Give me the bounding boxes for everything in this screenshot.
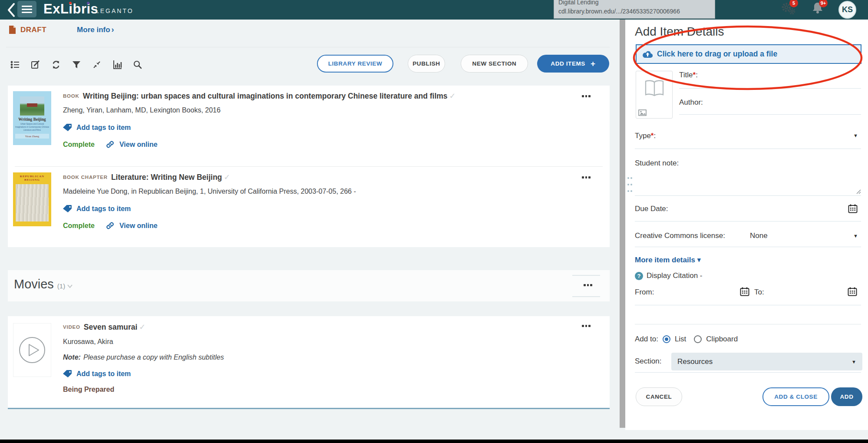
section-dropdown-caret-icon: ▼ (851, 359, 856, 364)
cover-illustration (16, 184, 49, 222)
new-section-button[interactable]: NEW SECTION (461, 55, 528, 73)
item-thumbnail-placeholder[interactable] (636, 71, 673, 119)
item-title[interactable]: Literature: Writing New Beijing (111, 173, 222, 182)
analytics-chart-icon[interactable] (111, 58, 124, 71)
library-review-button[interactable]: LIBRARY REVIEW (317, 55, 393, 73)
section-select[interactable]: Resources ▼ (671, 353, 862, 370)
author-input[interactable] (679, 114, 861, 115)
collapse-sections-icon[interactable] (90, 58, 103, 71)
cover-subtitle: Urban Spaces and Cultural Imaginations i… (15, 123, 49, 132)
item-type-label: VIDEO (63, 324, 80, 330)
calendar-icon[interactable] (848, 287, 857, 296)
textarea-resize-icon[interactable] (856, 189, 861, 194)
calendar-icon[interactable] (848, 204, 858, 213)
student-note-textarea[interactable] (635, 195, 861, 196)
add-button[interactable]: ADD (831, 387, 862, 406)
note-label: Note: (63, 354, 81, 361)
view-online-link[interactable]: View online (119, 222, 158, 230)
toc-list-icon[interactable] (9, 58, 22, 71)
chevron-down-icon[interactable] (67, 284, 73, 288)
list-item: REPUBLICAN BEIJING BOOK CHAPTER Literatu… (8, 167, 610, 247)
add-items-button[interactable]: ADD ITEMS+ (537, 55, 609, 73)
panel-scrollbar[interactable] (620, 20, 625, 428)
publish-button[interactable]: PUBLISH (408, 55, 445, 73)
add-tags-link[interactable]: Add tags to item (76, 370, 131, 378)
cc-license-select[interactable] (635, 247, 861, 247)
section-item-count: (1) (57, 282, 65, 290)
leganto-app: ExLibris LEGANTO 5 9+ KS Digital Lending… (0, 0, 868, 443)
add-tags-link[interactable]: Add tags to item (76, 205, 131, 213)
divider (572, 296, 600, 297)
open-book-icon (642, 79, 667, 98)
cc-license-value[interactable]: None (750, 231, 768, 240)
file-upload-dropzone[interactable]: Click here to drag or upload a file (636, 44, 861, 64)
filter-icon[interactable] (70, 58, 83, 71)
link-icon (106, 222, 114, 230)
menu-icon[interactable] (17, 1, 36, 17)
radio-list[interactable] (663, 335, 670, 343)
section-header-movies: Movies (1) (8, 270, 610, 301)
panel-title: Add Item Details (635, 25, 724, 39)
radio-clipboard[interactable] (694, 335, 702, 343)
exlibris-logo: ExLibris (43, 1, 98, 17)
citation-from-label: From: (635, 288, 654, 297)
panel-resize-handle-icon[interactable] (627, 177, 633, 194)
chevron-right-icon: › (112, 25, 114, 34)
user-avatar[interactable]: KS (838, 1, 856, 19)
cover-photo (20, 96, 44, 116)
add-tags-link[interactable]: Add tags to item (76, 124, 131, 132)
refresh-icon[interactable] (50, 58, 63, 71)
type-select[interactable] (635, 149, 861, 149)
help-icon[interactable]: ? (635, 272, 643, 280)
section-select-label: Section: (635, 357, 661, 366)
image-icon (638, 109, 647, 116)
type-dropdown-caret-icon[interactable]: ▼ (853, 133, 858, 138)
add-to-label: Add to: (635, 335, 658, 344)
type-field-label: Type*: (635, 132, 656, 140)
radio-clipboard-label[interactable]: Clipboard (706, 335, 738, 344)
item-title[interactable]: Writing Beijing: urban spaces and cultur… (83, 92, 448, 101)
add-item-details-panel: Add Item Details Click here to drag or u… (625, 20, 868, 430)
cover-author: Yiran Zheng (15, 134, 49, 139)
cc-dropdown-caret-icon[interactable]: ▼ (853, 233, 858, 238)
book-cover-thumbnail: Writing Beijing Urban Spaces and Cultura… (13, 91, 51, 145)
list-status-bar: DRAFT More info› (9, 25, 114, 34)
item-options-icon[interactable] (582, 176, 591, 179)
edit-list-icon[interactable] (29, 58, 42, 71)
view-online-link[interactable]: View online (119, 141, 158, 149)
item-options-icon[interactable] (582, 325, 591, 327)
bottom-bar (0, 440, 868, 443)
more-item-details-toggle[interactable]: More item details ▾ (635, 255, 701, 264)
divider (6, 47, 610, 47)
link-icon (106, 140, 114, 149)
section-options-icon[interactable] (584, 284, 592, 286)
more-info-link[interactable]: More info› (77, 25, 114, 34)
citation-date-range-inputs[interactable] (635, 305, 861, 305)
add-and-close-button[interactable]: ADD & CLOSE (762, 387, 829, 406)
play-icon[interactable] (18, 336, 46, 364)
item-options-icon[interactable] (582, 95, 591, 97)
tag-icon (63, 205, 72, 213)
item-type-label: BOOK CHAPTER (63, 175, 108, 180)
status-badge: DRAFT (20, 26, 46, 34)
title-field-label: Title*: (679, 71, 698, 79)
title-input[interactable] (679, 88, 861, 89)
list-toolbar (9, 58, 144, 71)
note-text: Please purchase a copy with English subt… (83, 354, 224, 361)
back-icon[interactable] (5, 2, 18, 18)
cancel-button[interactable]: CANCEL (636, 387, 682, 406)
citation-to-label: To: (754, 288, 764, 297)
digital-lending-tooltip: Digital Lending cdl.library.brown.edu/..… (554, 0, 715, 19)
due-date-input[interactable] (635, 221, 861, 222)
due-date-label: Due Date: (635, 205, 668, 213)
divider (635, 372, 861, 373)
section-items-movies: VIDEO Seven samurai ✓ Kurosawa, Akira No… (8, 316, 610, 409)
calendar-icon[interactable] (740, 287, 749, 296)
radio-list-label[interactable]: List (675, 335, 686, 344)
citation-list: Writing Beijing Urban Spaces and Cultura… (8, 86, 610, 247)
item-title[interactable]: Seven samurai (84, 323, 138, 332)
section-title[interactable]: Movies (14, 277, 54, 291)
search-icon[interactable] (131, 58, 144, 71)
check-icon: ✓ (139, 322, 145, 332)
student-note-label: Student note: (635, 159, 679, 168)
